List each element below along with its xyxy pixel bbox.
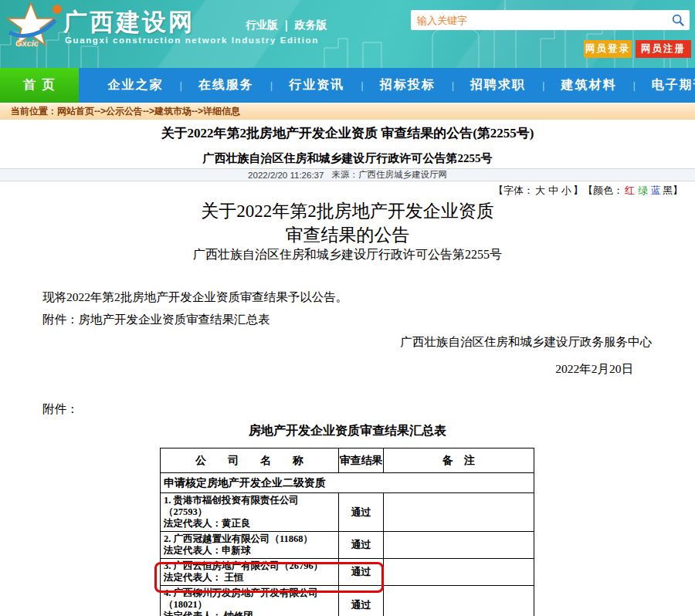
table-row: 2. 广西冠越置业有限公司（11868） 法定代表人：申新球 通过 [161,532,534,559]
note-cell [384,559,534,586]
table-header-row: 公 司 名 称 审查结果 备 注 [161,448,534,473]
font-size-large[interactable]: 大 [535,184,545,196]
legal-representative: 法定代表人： 钟修团 [164,611,337,616]
color-bracket: 【颜色： [583,184,623,196]
star-logo-icon: Gxcic [5,2,63,51]
edition-links[interactable]: 行业版 ｜ 政务版 [246,19,327,32]
col-header-note: 备 注 [384,448,534,473]
result-table-wrap: 公 司 名 称 审查结果 备 注 申请核定房地产开发企业二级资质 1. 贵港市福… [160,448,534,616]
member-login-button[interactable]: 网员登录 [584,40,632,58]
site-header: Gxcic 广西建设网 行业版 ｜ 政务版 Guangxi constructi… [0,0,695,68]
breadcrumb[interactable]: 当前位置：网站首页-->公示公告-->建筑市场-->详细信息 [11,105,240,118]
display-controls: 【字体：大中小】【颜色：红绿蓝黑】 [493,184,683,198]
result-cell: 通过 [339,586,384,616]
main-nav: 首 页 企业之家 | 在线服务 | 行业资讯 | 招标投标 | 招聘求职 | 建… [0,68,695,103]
company-name: 3. 广西云恒房地产有限公司（26796） [164,560,337,572]
article-title-line1: 关于2022年第2批房地产开发企业资质 [0,199,695,223]
source-label: 来源：广西住房城乡建设厅网 [331,169,447,181]
article-sign-date: 2022年2月20日 [555,361,633,377]
site-logo[interactable]: Gxcic 广西建设网 行业版 ｜ 政务版 Guangxi constructi… [5,2,329,66]
breadcrumb-bar: 当前位置：网站首页-->公示公告-->建筑市场-->详细信息 [0,103,695,120]
publish-time: 2022/2/20 11:26:37 [248,171,324,180]
col-header-result: 审查结果 [339,448,384,473]
article-signer: 广西壮族自治区住房和城乡建设厅政务服务中心 [401,334,653,350]
legal-representative: 法定代表人：黄正良 [164,518,337,530]
font-size-medium[interactable]: 中 [548,184,558,196]
nav-item-recruitment[interactable]: 招聘求职 [454,68,542,103]
page: Gxcic 广西建设网 行业版 ｜ 政务版 Guangxi constructi… [0,0,695,616]
table-section-row: 申请核定房地产开发企业二级资质 [161,473,534,493]
color-blue-option[interactable]: 蓝 [651,184,661,196]
company-name: 2. 广西冠越置业有限公司（11868） [164,533,337,545]
search-box [411,10,690,30]
note-cell [384,532,534,559]
company-cell: 2. 广西冠越置业有限公司（11868） 法定代表人：申新球 [161,532,339,559]
color-green-option[interactable]: 绿 [638,184,648,196]
article-subtitle: 广西壮族自治区住房和城乡建设厅行政许可公告第2255号 [0,247,695,263]
member-register-button[interactable]: 网员注册 [636,40,691,58]
table-row-highlighted: 4. 广西柳州万发房地产开发有限公司（18021） 法定代表人： 钟修团 通过 [161,586,534,616]
nav-item-bidding[interactable]: 招标投标 [364,68,452,103]
result-cell: 通过 [339,493,384,532]
table-row: 1. 贵港市福创投资有限责任公司（27593） 法定代表人：黄正良 通过 [161,493,534,532]
nav-item-industry-news[interactable]: 行业资讯 [273,68,361,103]
nav-item-online-service[interactable]: 在线服务 [182,68,270,103]
color-red-option[interactable]: 红 [625,184,635,196]
company-name: 1. 贵港市福创投资有限责任公司（27593） [164,495,337,518]
company-name: 4. 广西柳州万发房地产开发有限公司（18021） [164,587,337,611]
search-icon[interactable] [671,13,685,27]
page-title: 关于2022年第2批房地产开发企业资质 审查结果的公告(第2255号) [0,124,695,142]
site-subtitle-en: Guangxi construction network Industry Ed… [65,36,319,45]
section-label: 申请核定房地产开发企业二级资质 [161,473,534,493]
result-cell: 通过 [339,559,384,586]
nav-item-building-materials[interactable]: 建筑材料 [544,68,632,103]
attachment-label: 附件： [42,401,79,418]
company-cell: 1. 贵港市福创投资有限责任公司（27593） 法定代表人：黄正良 [161,493,339,532]
color-black-option[interactable]: 黑 [663,184,673,196]
search-input[interactable] [417,10,664,30]
site-name: 广西建设网 [63,6,195,39]
article-title-line2: 审查结果的公告 [0,223,695,247]
note-cell [384,493,534,532]
color-bracket-close: 】 [673,184,683,196]
company-cell: 3. 广西云恒房地产有限公司（26796） 法定代表人： 王恒 [161,559,339,586]
nav-item-home[interactable]: 首 页 [0,68,79,103]
article-title: 关于2022年第2批房地产开发企业资质 审查结果的公告 [0,199,695,247]
note-cell [384,586,534,616]
meta-bar: 2022/2/20 11:26:37 来源：广西住房城乡建设厅网 [0,168,695,181]
nav-item-e-journal[interactable]: 电子期刊 [636,68,695,103]
result-cell: 通过 [339,532,384,559]
font-size-small[interactable]: 小 [561,184,571,196]
nav-item-enterprise-home[interactable]: 企业之家 [91,68,179,103]
table-title: 房地产开发企业资质审查结果汇总表 [0,423,695,439]
table-row: 3. 广西云恒房地产有限公司（26796） 法定代表人： 王恒 通过 [161,559,534,586]
svg-text:Gxcic: Gxcic [15,39,39,48]
company-cell: 4. 广西柳州万发房地产开发有限公司（18021） 法定代表人： 钟修团 [161,586,339,616]
article-paragraph: 现将2022年第2批房地产开发企业资质审查结果予以公告。 [42,289,348,306]
result-table: 公 司 名 称 审查结果 备 注 申请核定房地产开发企业二级资质 1. 贵港市福… [160,448,534,616]
article-attachment-line: 附件：房地产开发企业资质审查结果汇总表 [42,312,270,328]
page-subtitle: 广西壮族自治区住房和城乡建设厅行政许可公告第2255号 [0,151,695,166]
legal-representative: 法定代表人：申新球 [164,545,337,557]
col-header-company: 公 司 名 称 [161,448,339,473]
font-bracket: 【字体： [493,184,534,196]
font-bracket-close: 】 [573,184,583,196]
legal-representative: 法定代表人： 王恒 [164,572,337,584]
